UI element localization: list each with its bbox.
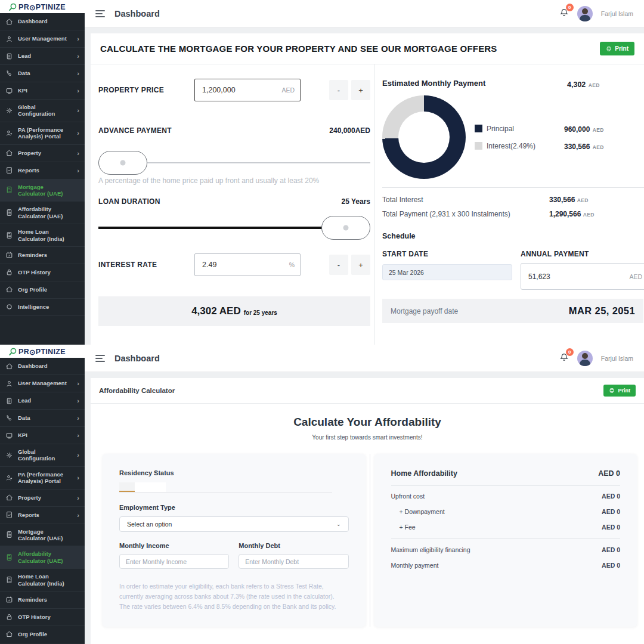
schedule-title: Schedule	[382, 232, 644, 240]
print-button[interactable]: Print	[603, 385, 636, 397]
notifications-button[interactable]: 0	[559, 7, 569, 20]
advance-payment-value: 240,000AED	[329, 126, 370, 135]
sidebar-item-lead[interactable]: Lead ›	[0, 48, 85, 65]
sidebar-item-lead[interactable]: Lead ›	[0, 392, 85, 410]
sidebar-item-home-loan-calculator-india[interactable]: Home Loan Calculator (India) ›	[0, 224, 85, 247]
notification-badge: 0	[566, 4, 574, 11]
annual-payment-unit: AED	[629, 273, 642, 280]
property-price-unit: AED	[281, 86, 295, 94]
sidebar-item-property[interactable]: Property ›	[0, 490, 85, 507]
sidebar-item-icon	[5, 107, 13, 114]
sidebar-item-user-management[interactable]: User Management ›	[0, 30, 85, 48]
sidebar-nav: Dashboard › User Management › Lead › Dat…	[0, 13, 85, 345]
divider	[382, 187, 644, 188]
sidebar-item-kpi[interactable]: KPI ›	[0, 82, 85, 100]
sidebar-item-mortgage-calculator-uae[interactable]: Mortgage Calculator (UAE) ›	[0, 524, 85, 547]
sidebar-item-org-profile[interactable]: Org Profile ›	[0, 626, 85, 643]
avatar[interactable]	[577, 6, 593, 21]
advance-payment-helper: A percentage of the home price paid up f…	[98, 177, 370, 185]
hamburger-menu-icon[interactable]	[95, 355, 105, 362]
sidebar-item-dashboard[interactable]: Dashboard ›	[0, 358, 85, 375]
sidebar-item-pa-portal[interactable]: PA (Performance Analysis) Portal ›	[0, 467, 85, 490]
sidebar-item-mortgage-calculator-uae[interactable]: Mortgage Calculator (UAE) ›	[0, 179, 85, 202]
sidebar-item-label: Mortgage Calculator (UAE)	[18, 528, 72, 542]
sidebar-item-reports[interactable]: Reports ›	[0, 162, 85, 179]
avatar[interactable]	[577, 351, 593, 366]
affordability-result-row: + Fee AED 0	[391, 519, 621, 535]
sidebar-item-org-profile[interactable]: Org Profile ›	[0, 281, 85, 299]
sidebar-nav: Dashboard › User Management › Lead › Dat…	[0, 358, 85, 644]
sidebar-item-label: OTP History	[18, 614, 72, 620]
sidebar-item-label: Data	[18, 414, 72, 421]
loan-duration-value: 25 Years	[342, 197, 371, 206]
sidebar-item-affordability-calculator-uae[interactable]: Affordability Calculator (UAE) ›	[0, 202, 85, 224]
panel-divider	[366, 454, 374, 627]
sidebar-item-icon	[5, 268, 13, 276]
affordability-results: Upfront cost AED 0 + Downpayment AED 0 +…	[391, 488, 621, 573]
monthly-debt-input[interactable]	[239, 554, 348, 569]
chevron-right-icon: ›	[77, 474, 79, 481]
page-title: Dashboard	[114, 354, 160, 363]
sidebar-item-label: Dashboard	[18, 18, 72, 24]
residency-tab[interactable]	[135, 482, 150, 492]
sidebar-item-affordability-calculator-uae[interactable]: Affordability Calculator (UAE) ›	[0, 546, 85, 569]
print-button[interactable]: Print	[600, 42, 634, 55]
sidebar: PR⊙PTINIZE Dashboard › User Management ›…	[0, 345, 85, 644]
sidebar-item-home-loan-calculator-india[interactable]: Home Loan Calculator (India) ›	[0, 569, 85, 592]
chevron-down-icon: ⌄	[336, 521, 341, 527]
sidebar-item-user-management[interactable]: User Management ›	[0, 375, 85, 392]
notification-badge: 0	[566, 348, 574, 356]
sidebar-item-global-configuration[interactable]: Global Configuration ›	[0, 100, 85, 122]
sidebar-item-label: Property	[18, 150, 72, 156]
notifications-button[interactable]: 0	[559, 352, 569, 365]
sidebar-item-data[interactable]: Data ›	[0, 410, 85, 427]
sidebar-item-label: Reminders	[18, 596, 72, 603]
sidebar-item-label: KPI	[18, 432, 72, 438]
sidebar-item-property[interactable]: Property ›	[0, 145, 85, 162]
total-value: 1,290,566 AED	[549, 210, 595, 218]
result-label: Monthly payment	[391, 562, 439, 569]
monthly-income-input[interactable]	[119, 554, 229, 569]
sidebar-item-dashboard[interactable]: Dashboard ›	[0, 13, 85, 30]
sidebar-item-reminders[interactable]: Reminders ›	[0, 247, 85, 264]
advance-payment-slider-handle[interactable]	[98, 151, 147, 175]
sidebar-item-otp-history[interactable]: OTP History ›	[0, 264, 85, 281]
annual-payment-input[interactable]	[521, 263, 644, 290]
sidebar-item-otp-history[interactable]: OTP History ›	[0, 609, 85, 626]
property-price-increment-button[interactable]: +	[351, 80, 370, 100]
start-date-input[interactable]: 25 Mar 2026	[382, 264, 512, 280]
start-date-label: START DATE	[382, 250, 521, 258]
advance-payment-slider[interactable]	[98, 150, 370, 175]
app-logo[interactable]: PR⊙PTINIZE	[0, 0, 85, 13]
sidebar-item-label: Home Loan Calculator (India)	[18, 573, 72, 587]
sidebar-item-pa-portal[interactable]: PA (Performance Analysis) Portal ›	[0, 122, 85, 145]
loan-duration-slider-handle[interactable]	[321, 216, 370, 240]
total-label: Total Interest	[382, 196, 549, 204]
sidebar-item-intelligence[interactable]: Intelligence ›	[0, 299, 85, 316]
sidebar-item-reminders[interactable]: Reminders ›	[0, 592, 85, 609]
top-header: Dashboard 0 Farjul Islam	[85, 0, 644, 27]
sidebar-item-icon	[5, 166, 13, 174]
sidebar-item-reports[interactable]: Reports ›	[0, 507, 85, 524]
sidebar-item-label: OTP History	[18, 269, 72, 275]
result-value: AED 0	[602, 546, 620, 553]
affordability-result-row: Monthly payment AED 0	[391, 558, 621, 573]
residency-tab[interactable]	[150, 482, 166, 492]
loan-duration-slider[interactable]	[98, 215, 370, 240]
chevron-right-icon: ›	[77, 414, 79, 422]
sidebar-item-icon	[5, 35, 13, 43]
sidebar-item-data[interactable]: Data ›	[0, 65, 85, 82]
sidebar-item-label: Home Loan Calculator (India)	[18, 228, 72, 242]
residency-tab[interactable]	[119, 482, 135, 492]
app-logo[interactable]: PR⊙PTINIZE	[0, 345, 85, 358]
result-label: + Fee	[400, 524, 416, 531]
employment-type-select[interactable]: Select an option ⌄	[119, 516, 349, 532]
interest-rate-decrement-button[interactable]: -	[329, 255, 348, 275]
sidebar-item-kpi[interactable]: KPI ›	[0, 427, 85, 444]
property-price-decrement-button[interactable]: -	[329, 80, 348, 100]
sidebar-item-global-configuration[interactable]: Global Configuration ›	[0, 444, 85, 467]
interest-rate-input[interactable]	[194, 253, 301, 276]
hamburger-menu-icon[interactable]	[95, 10, 105, 17]
interest-rate-increment-button[interactable]: +	[351, 255, 370, 275]
sidebar-item-icon	[5, 531, 13, 538]
